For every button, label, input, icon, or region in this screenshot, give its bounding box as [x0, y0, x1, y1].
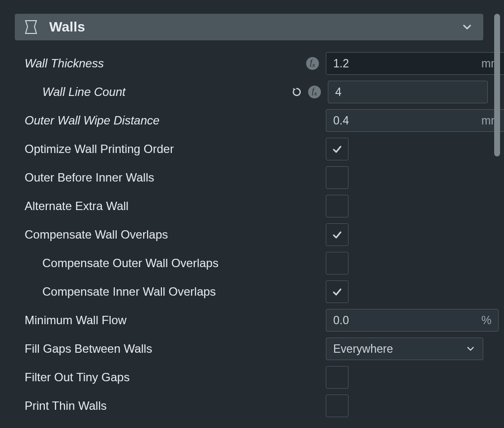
label-outer-wall-wipe: Outer Wall Wipe Distance [25, 114, 290, 127]
section-title: Walls [49, 19, 85, 35]
scrollbar[interactable] [494, 14, 500, 423]
label-alternate-extra: Alternate Extra Wall [25, 199, 290, 213]
label-filter-tiny-gaps: Filter Out Tiny Gaps [25, 370, 290, 384]
walls-icon [25, 20, 37, 34]
label-wall-line-count: Wall Line Count [25, 85, 290, 99]
min-wall-flow-field[interactable]: % [326, 309, 499, 332]
fill-gaps-select[interactable]: Everywhere [326, 337, 483, 360]
label-wall-thickness: Wall Thickness [25, 57, 290, 70]
chevron-down-icon[interactable] [461, 21, 473, 33]
reset-icon[interactable] [290, 86, 303, 98]
checkbox-optimize-order[interactable] [326, 138, 348, 160]
label-outer-before-inner: Outer Before Inner Walls [25, 171, 290, 184]
min-wall-flow-input[interactable] [333, 314, 478, 327]
checkbox-compensate-inner[interactable] [326, 280, 348, 303]
label-compensate-overlaps: Compensate Wall Overlaps [25, 228, 290, 242]
label-compensate-inner: Compensate Inner Wall Overlaps [25, 285, 290, 299]
checkbox-print-thin-walls[interactable] [326, 395, 348, 417]
label-print-thin-walls: Print Thin Walls [25, 399, 290, 413]
label-min-wall-flow: Minimum Wall Flow [25, 313, 290, 327]
section-header-walls[interactable]: Walls [15, 14, 483, 40]
checkbox-compensate-outer[interactable] [326, 252, 348, 275]
checkbox-compensate-overlaps[interactable] [326, 223, 348, 246]
fx-icon[interactable]: fx [306, 57, 319, 70]
fx-icon[interactable]: fx [308, 86, 321, 98]
checkbox-alternate-extra[interactable] [326, 195, 348, 217]
wall-thickness-input[interactable] [333, 57, 478, 70]
fill-gaps-value: Everywhere [333, 342, 462, 356]
wall-thickness-field[interactable]: mm [326, 52, 504, 75]
scrollbar-thumb[interactable] [494, 14, 500, 156]
outer-wall-wipe-field[interactable]: mm [326, 109, 504, 132]
checkbox-outer-before-inner[interactable] [326, 166, 348, 189]
checkbox-filter-tiny-gaps[interactable] [326, 366, 348, 389]
min-wall-flow-unit: % [481, 314, 491, 327]
outer-wall-wipe-input[interactable] [333, 114, 478, 127]
chevron-down-icon [465, 343, 476, 354]
label-fill-gaps: Fill Gaps Between Walls [25, 342, 290, 356]
wall-line-count-input[interactable] [335, 86, 480, 99]
label-optimize-order: Optimize Wall Printing Order [25, 142, 290, 156]
label-compensate-outer: Compensate Outer Wall Overlaps [25, 256, 290, 270]
wall-line-count-field[interactable] [328, 81, 488, 103]
